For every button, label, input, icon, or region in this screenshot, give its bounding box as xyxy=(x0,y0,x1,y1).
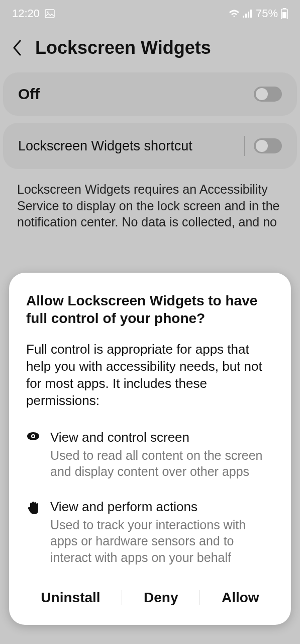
status-battery-text: 75% xyxy=(256,7,278,20)
deny-button[interactable]: Deny xyxy=(136,585,186,611)
svg-rect-8 xyxy=(282,12,286,18)
signal-icon xyxy=(243,10,253,18)
svg-rect-0 xyxy=(45,10,54,18)
permission-dialog: Allow Lockscreen Widgets to have full co… xyxy=(9,273,291,625)
svg-rect-2 xyxy=(243,16,244,18)
permission-item: View and control screen Used to read all… xyxy=(26,430,274,480)
battery-icon xyxy=(281,8,288,19)
header: Lockscreen Widgets xyxy=(0,25,300,72)
shortcut-card[interactable]: Lockscreen Widgets shortcut xyxy=(3,123,297,169)
main-toggle-card[interactable]: Off xyxy=(3,72,297,116)
permission-description: Used to read all content on the screen a… xyxy=(50,447,274,480)
page-title: Lockscreen Widgets xyxy=(35,37,211,58)
permission-item: View and perform actions Used to track y… xyxy=(26,499,274,566)
eye-icon xyxy=(26,430,40,480)
divider xyxy=(122,590,122,605)
svg-rect-3 xyxy=(245,14,247,18)
svg-point-1 xyxy=(47,12,49,13)
allow-button[interactable]: Allow xyxy=(214,585,267,611)
back-button[interactable] xyxy=(10,41,24,55)
dialog-title: Allow Lockscreen Widgets to have full co… xyxy=(26,292,274,327)
divider xyxy=(244,136,245,156)
shortcut-toggle-switch[interactable] xyxy=(254,138,282,153)
svg-point-11 xyxy=(32,435,34,437)
wifi-icon xyxy=(229,9,240,18)
divider xyxy=(199,590,200,605)
status-bar: 12:20 75% xyxy=(0,0,300,25)
picture-icon xyxy=(45,9,55,19)
permission-description: Used to track your interactions with app… xyxy=(50,517,274,566)
hand-icon xyxy=(26,499,40,566)
svg-rect-5 xyxy=(250,10,252,18)
svg-rect-4 xyxy=(248,12,249,18)
dialog-buttons: Uninstall Deny Allow xyxy=(26,585,274,611)
shortcut-label: Lockscreen Widgets shortcut xyxy=(18,138,192,154)
uninstall-button[interactable]: Uninstall xyxy=(33,585,108,611)
status-time: 12:20 xyxy=(12,7,40,20)
main-toggle-switch[interactable] xyxy=(254,87,282,102)
permission-title: View and control screen xyxy=(50,430,274,445)
permission-title: View and perform actions xyxy=(50,499,274,515)
main-toggle-label: Off xyxy=(18,86,40,103)
description-text: Lockscreen Widgets requires an Accessibi… xyxy=(0,176,300,230)
dialog-description: Full control is appropriate for apps tha… xyxy=(26,341,274,409)
